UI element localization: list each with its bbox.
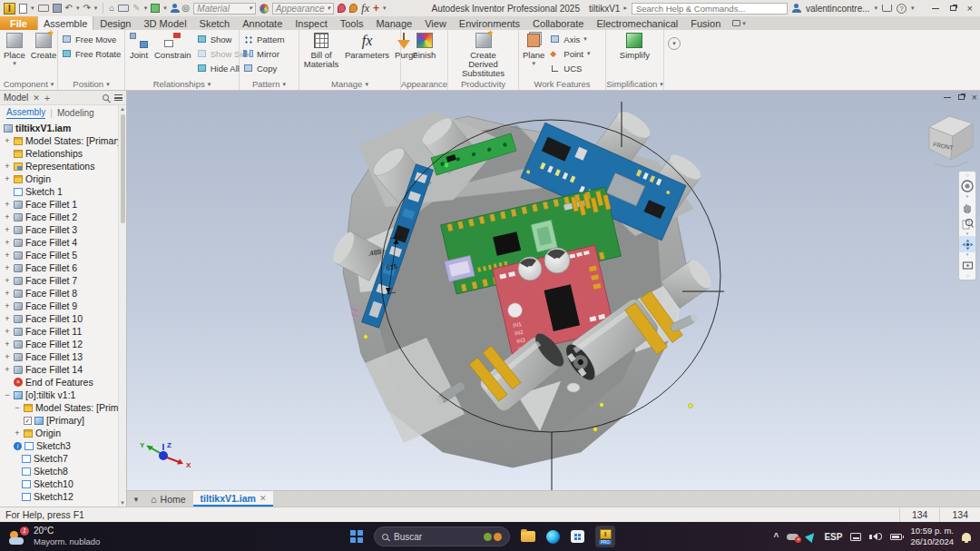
collapse-icon[interactable]: − — [14, 403, 21, 412]
expand-icon[interactable]: + — [4, 301, 11, 310]
panel-label-simplification[interactable]: Simplification▾ — [607, 78, 662, 90]
ribbon-display-options[interactable]: ▾ — [727, 16, 751, 30]
tab-tools[interactable]: Tools — [334, 16, 370, 30]
navbar-options[interactable]: ○ — [965, 273, 969, 279]
expand-icon[interactable]: + — [4, 212, 11, 221]
redo-dropdown-icon[interactable]: ▾ — [94, 5, 98, 12]
tree-item[interactable]: +Face Fillet 9 — [0, 300, 118, 312]
component-dropdown-icon[interactable]: ▾ — [163, 5, 167, 12]
tab-3d-model[interactable]: 3D Model — [138, 16, 193, 30]
active-doc-tab[interactable]: tiltikxV1.iam ✕ — [193, 491, 274, 507]
sketch-dropdown-icon[interactable]: ▾ — [144, 5, 148, 12]
create-derived-substitutes-button[interactable]: ★Create Derived Substitutes — [457, 30, 510, 78]
expand-icon[interactable]: + — [4, 200, 11, 209]
tray-expand-icon[interactable]: ^ — [774, 532, 779, 542]
collapse-icon[interactable]: − — [4, 390, 11, 399]
doc-restore-button[interactable] — [958, 94, 965, 100]
material-combo[interactable]: Material▾ — [193, 3, 255, 15]
qat-customize-icon[interactable]: ▾ — [383, 5, 387, 12]
scroll-up-icon[interactable]: ▲ — [120, 105, 125, 113]
viewport-3d[interactable]: IN1 IN2 IN3 IN4 — [127, 91, 980, 490]
color-wheel-icon[interactable] — [260, 4, 269, 14]
onedrive-icon[interactable]: × — [787, 534, 799, 540]
tree-item[interactable]: +Face Fillet 3 — [0, 223, 118, 236]
notifications-bell-icon[interactable] — [962, 533, 971, 541]
tab-collaborate[interactable]: Collaborate — [526, 16, 590, 30]
expand-icon[interactable]: + — [4, 238, 11, 247]
help-search-input[interactable] — [632, 3, 788, 15]
restore-button[interactable] — [950, 5, 956, 11]
scroll-thumb[interactable] — [121, 114, 125, 223]
tree-item[interactable]: +Origin — [0, 427, 118, 439]
tree-item[interactable]: ✓[Primary] — [0, 414, 118, 427]
redo-icon[interactable]: ↷ — [83, 3, 90, 14]
chevron-down-icon[interactable]: ▾ — [249, 5, 252, 12]
help-icon[interactable]: ? — [897, 4, 906, 14]
tab-assemble[interactable]: Assemble — [37, 16, 93, 30]
tab-annotate[interactable]: Annotate — [236, 16, 289, 30]
tree-item[interactable]: +Face Fillet 12 — [0, 338, 118, 350]
tree-item[interactable]: +Face Fillet 4 — [0, 236, 118, 249]
undo-dropdown-icon[interactable]: ▾ — [76, 5, 80, 12]
scroll-down-icon[interactable]: ▼ — [120, 499, 125, 507]
browser-tab-model[interactable]: Model — [4, 93, 28, 103]
expand-icon[interactable]: + — [4, 314, 11, 323]
chevron-down-icon[interactable]: ▾ — [328, 5, 331, 12]
adjust-appearance-icon[interactable] — [338, 4, 346, 13]
microsoft-store-icon[interactable] — [571, 530, 584, 543]
start-button[interactable] — [350, 530, 363, 543]
pattern-button[interactable]: Pattern — [240, 32, 288, 46]
panel-label-productivity[interactable]: Productivity — [449, 78, 517, 90]
tab-electromechanical[interactable]: Electromechanical — [590, 16, 684, 30]
ribbon-appearance-toggle[interactable]: ▾ — [668, 37, 681, 50]
parameters-button[interactable]: fxParameters — [342, 30, 392, 60]
expand-icon[interactable]: + — [4, 174, 11, 183]
tree-item[interactable]: +Model States: [Primary] — [0, 134, 118, 147]
expand-icon[interactable]: + — [4, 263, 11, 272]
point-button[interactable]: ◆Point▾ — [547, 46, 593, 61]
expand-icon[interactable]: + — [4, 136, 11, 145]
add-icon[interactable]: + — [373, 4, 379, 13]
weather-widget[interactable]: 1 20°C Mayorm. nublado — [0, 526, 109, 547]
free-move-button[interactable]: Free Move — [59, 32, 123, 46]
volume-icon[interactable] — [869, 533, 882, 540]
tree-item[interactable]: ×End of Features — [0, 376, 118, 389]
save-icon[interactable] — [53, 4, 62, 13]
tree-item[interactable]: +Face Fillet 8 — [0, 287, 118, 300]
language-indicator[interactable]: ESP — [824, 532, 842, 542]
tab-sketch[interactable]: Sketch — [193, 16, 237, 30]
assembly-3d-scene[interactable]: IN1 IN2 IN3 IN4 — [127, 91, 980, 490]
menu-icon[interactable] — [114, 94, 122, 101]
tab-view[interactable]: View — [418, 16, 453, 30]
expand-icon[interactable]: + — [4, 251, 11, 260]
edge-browser-icon[interactable] — [546, 530, 560, 544]
help-menu-icon[interactable]: ▾ — [911, 5, 915, 12]
panel-label-manage[interactable]: Manage▾ — [300, 78, 399, 90]
inventor-logo[interactable]: I — [4, 3, 15, 15]
tab-manage[interactable]: Manage — [369, 16, 418, 30]
ucs-button[interactable]: UCS — [547, 61, 593, 75]
tree-item[interactable]: +Representations — [0, 160, 118, 172]
tree-item[interactable]: Sketch 1 — [0, 185, 118, 198]
panel-label-relationships[interactable]: Relationships▾ — [126, 78, 238, 90]
expand-icon[interactable]: + — [4, 289, 11, 298]
expand-icon[interactable]: + — [4, 365, 11, 374]
tree-item[interactable]: +Origin — [0, 172, 118, 185]
expand-icon[interactable]: + — [4, 352, 11, 361]
inventor-taskbar-icon[interactable]: I PRO — [595, 526, 615, 547]
orbit-button[interactable] — [959, 236, 975, 252]
open-icon[interactable] — [38, 5, 49, 12]
add-panel-icon[interactable]: + — [44, 93, 50, 103]
mirror-button[interactable]: Mirror — [240, 46, 288, 61]
tree-item[interactable]: +Face Fillet 5 — [0, 249, 118, 261]
close-button[interactable]: × — [967, 4, 973, 13]
tree-item[interactable]: Sketch8 — [0, 465, 118, 477]
tree-item[interactable]: +Face Fillet 13 — [0, 350, 118, 363]
expand-icon[interactable]: + — [4, 339, 11, 349]
tab-file[interactable]: File — [0, 16, 37, 30]
file-explorer-icon[interactable] — [521, 531, 535, 542]
new-file-dropdown-icon[interactable]: ▾ — [31, 5, 34, 12]
expand-icon[interactable]: + — [4, 162, 11, 171]
appearance-combo[interactable]: Appearance▾ — [272, 3, 334, 15]
tree-item[interactable]: −[o]:tiltik v1:1 — [0, 389, 118, 401]
